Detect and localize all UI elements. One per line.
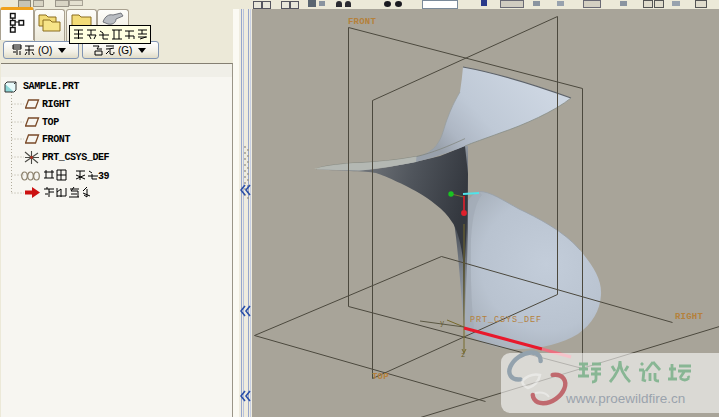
svg-text:TOP: TOP — [372, 372, 389, 382]
svg-text:z: z — [461, 351, 465, 359]
svg-text:y: y — [440, 319, 444, 327]
svg-text:(O): (O) — [38, 45, 52, 56]
svg-text:FRONT: FRONT — [348, 17, 376, 27]
svg-text:(G): (G) — [118, 45, 132, 56]
svg-text:39: 39 — [98, 171, 110, 181]
svg-text:PRT_CSYS_DEF: PRT_CSYS_DEF — [470, 315, 542, 325]
svg-text:RIGHT: RIGHT — [675, 312, 703, 322]
svg-text:www.proewildfire.cn: www.proewildfire.cn — [565, 391, 685, 406]
